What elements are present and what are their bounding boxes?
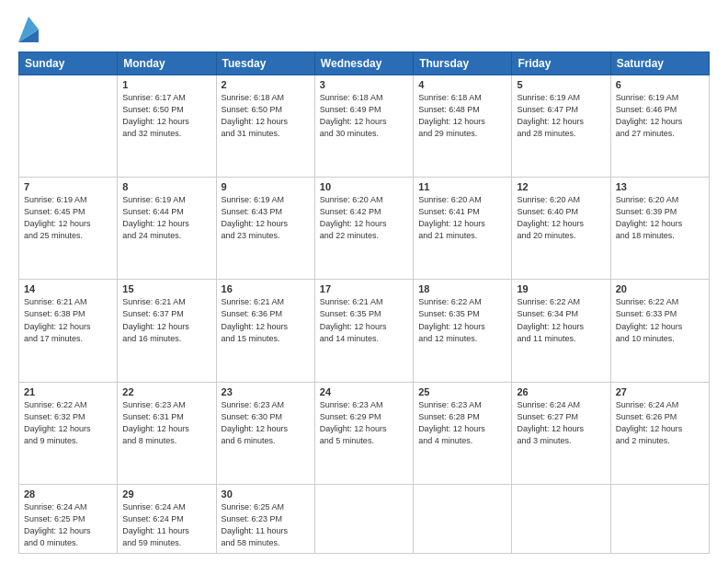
day-number: 17 <box>320 283 408 294</box>
calendar-cell: 4Sunrise: 6:18 AMSunset: 6:48 PMDaylight… <box>414 75 512 178</box>
day-info: Sunrise: 6:19 AMSunset: 6:46 PMDaylight:… <box>616 92 704 140</box>
calendar-cell: 22Sunrise: 6:23 AMSunset: 6:31 PMDayligh… <box>118 382 216 484</box>
dow-header-friday: Friday <box>512 52 610 75</box>
dow-header-saturday: Saturday <box>610 52 709 75</box>
day-number: 13 <box>616 181 704 192</box>
day-number: 14 <box>24 283 112 294</box>
day-info: Sunrise: 6:21 AMSunset: 6:36 PMDaylight:… <box>222 296 310 344</box>
day-info: Sunrise: 6:23 AMSunset: 6:28 PMDaylight:… <box>418 399 506 447</box>
day-number: 3 <box>320 79 408 90</box>
day-info: Sunrise: 6:24 AMSunset: 6:24 PMDaylight:… <box>122 501 210 549</box>
calendar-cell: 23Sunrise: 6:23 AMSunset: 6:30 PMDayligh… <box>216 382 314 484</box>
day-number: 20 <box>616 283 704 294</box>
calendar-cell: 2Sunrise: 6:18 AMSunset: 6:50 PMDaylight… <box>216 75 314 178</box>
day-number: 16 <box>222 283 310 294</box>
day-number: 27 <box>616 386 704 397</box>
day-info: Sunrise: 6:18 AMSunset: 6:48 PMDaylight:… <box>418 92 506 140</box>
day-info: Sunrise: 6:18 AMSunset: 6:50 PMDaylight:… <box>222 92 310 140</box>
logo-icon <box>18 17 39 42</box>
calendar-cell <box>512 484 610 553</box>
day-info: Sunrise: 6:23 AMSunset: 6:31 PMDaylight:… <box>122 399 210 447</box>
day-number: 9 <box>222 181 310 192</box>
calendar-cell: 19Sunrise: 6:22 AMSunset: 6:34 PMDayligh… <box>512 280 610 382</box>
day-number: 8 <box>122 181 210 192</box>
calendar-cell: 21Sunrise: 6:22 AMSunset: 6:32 PMDayligh… <box>19 382 118 484</box>
day-number: 25 <box>418 386 506 397</box>
calendar-cell: 5Sunrise: 6:19 AMSunset: 6:47 PMDaylight… <box>512 75 610 178</box>
day-number: 5 <box>517 79 605 90</box>
calendar-cell: 11Sunrise: 6:20 AMSunset: 6:41 PMDayligh… <box>414 178 512 280</box>
calendar-cell: 16Sunrise: 6:21 AMSunset: 6:36 PMDayligh… <box>216 280 314 382</box>
calendar-cell: 30Sunrise: 6:25 AMSunset: 6:23 PMDayligh… <box>216 484 314 553</box>
calendar-cell: 10Sunrise: 6:20 AMSunset: 6:42 PMDayligh… <box>314 178 413 280</box>
dow-header-monday: Monday <box>118 52 216 75</box>
day-number: 29 <box>122 488 210 500</box>
calendar-cell: 12Sunrise: 6:20 AMSunset: 6:40 PMDayligh… <box>512 178 610 280</box>
calendar-cell: 9Sunrise: 6:19 AMSunset: 6:43 PMDaylight… <box>216 178 314 280</box>
calendar-cell: 24Sunrise: 6:23 AMSunset: 6:29 PMDayligh… <box>314 382 413 484</box>
day-number: 6 <box>616 79 704 90</box>
dow-header-wednesday: Wednesday <box>314 52 413 75</box>
calendar-cell <box>19 75 118 178</box>
day-info: Sunrise: 6:22 AMSunset: 6:34 PMDaylight:… <box>517 296 605 344</box>
calendar-cell: 18Sunrise: 6:22 AMSunset: 6:35 PMDayligh… <box>414 280 512 382</box>
calendar-cell: 25Sunrise: 6:23 AMSunset: 6:28 PMDayligh… <box>414 382 512 484</box>
day-number: 10 <box>320 181 408 192</box>
day-info: Sunrise: 6:19 AMSunset: 6:44 PMDaylight:… <box>122 194 210 242</box>
day-info: Sunrise: 6:20 AMSunset: 6:40 PMDaylight:… <box>517 194 605 242</box>
calendar-cell: 1Sunrise: 6:17 AMSunset: 6:50 PMDaylight… <box>118 75 216 178</box>
calendar-cell: 13Sunrise: 6:20 AMSunset: 6:39 PMDayligh… <box>610 178 709 280</box>
page-header <box>18 17 710 42</box>
calendar-cell <box>414 484 512 553</box>
calendar-cell: 6Sunrise: 6:19 AMSunset: 6:46 PMDaylight… <box>610 75 709 178</box>
calendar-cell: 20Sunrise: 6:22 AMSunset: 6:33 PMDayligh… <box>610 280 709 382</box>
day-info: Sunrise: 6:24 AMSunset: 6:27 PMDaylight:… <box>517 399 605 447</box>
day-number: 26 <box>517 386 605 397</box>
day-number: 23 <box>222 386 310 397</box>
calendar-cell: 15Sunrise: 6:21 AMSunset: 6:37 PMDayligh… <box>118 280 216 382</box>
day-number: 30 <box>222 488 310 500</box>
day-info: Sunrise: 6:25 AMSunset: 6:23 PMDaylight:… <box>222 501 310 549</box>
calendar-table: SundayMondayTuesdayWednesdayThursdayFrid… <box>18 52 710 554</box>
day-info: Sunrise: 6:18 AMSunset: 6:49 PMDaylight:… <box>320 92 408 140</box>
day-number: 12 <box>517 181 605 192</box>
day-info: Sunrise: 6:20 AMSunset: 6:39 PMDaylight:… <box>616 194 704 242</box>
day-number: 22 <box>122 386 210 397</box>
dow-header-sunday: Sunday <box>19 52 118 75</box>
day-number: 11 <box>418 181 506 192</box>
dow-header-thursday: Thursday <box>414 52 512 75</box>
day-info: Sunrise: 6:19 AMSunset: 6:45 PMDaylight:… <box>24 194 112 242</box>
day-number: 24 <box>320 386 408 397</box>
day-number: 1 <box>122 79 210 90</box>
day-number: 7 <box>24 181 112 192</box>
day-number: 15 <box>122 283 210 294</box>
calendar-cell <box>314 484 413 553</box>
logo <box>18 17 41 42</box>
day-info: Sunrise: 6:22 AMSunset: 6:32 PMDaylight:… <box>24 399 112 447</box>
day-info: Sunrise: 6:23 AMSunset: 6:30 PMDaylight:… <box>222 399 310 447</box>
day-info: Sunrise: 6:19 AMSunset: 6:47 PMDaylight:… <box>517 92 605 140</box>
calendar-cell: 7Sunrise: 6:19 AMSunset: 6:45 PMDaylight… <box>19 178 118 280</box>
day-info: Sunrise: 6:22 AMSunset: 6:33 PMDaylight:… <box>616 296 704 344</box>
day-info: Sunrise: 6:17 AMSunset: 6:50 PMDaylight:… <box>122 92 210 140</box>
day-number: 21 <box>24 386 112 397</box>
day-info: Sunrise: 6:20 AMSunset: 6:42 PMDaylight:… <box>320 194 408 242</box>
calendar-cell <box>610 484 709 553</box>
day-info: Sunrise: 6:20 AMSunset: 6:41 PMDaylight:… <box>418 194 506 242</box>
calendar-cell: 14Sunrise: 6:21 AMSunset: 6:38 PMDayligh… <box>19 280 118 382</box>
calendar-cell: 3Sunrise: 6:18 AMSunset: 6:49 PMDaylight… <box>314 75 413 178</box>
calendar-cell: 17Sunrise: 6:21 AMSunset: 6:35 PMDayligh… <box>314 280 413 382</box>
day-info: Sunrise: 6:21 AMSunset: 6:38 PMDaylight:… <box>24 296 112 344</box>
day-number: 18 <box>418 283 506 294</box>
day-number: 4 <box>418 79 506 90</box>
calendar-cell: 27Sunrise: 6:24 AMSunset: 6:26 PMDayligh… <box>610 382 709 484</box>
calendar-cell: 28Sunrise: 6:24 AMSunset: 6:25 PMDayligh… <box>19 484 118 553</box>
calendar-cell: 8Sunrise: 6:19 AMSunset: 6:44 PMDaylight… <box>118 178 216 280</box>
day-number: 28 <box>24 488 112 500</box>
day-number: 19 <box>517 283 605 294</box>
day-info: Sunrise: 6:23 AMSunset: 6:29 PMDaylight:… <box>320 399 408 447</box>
day-number: 2 <box>222 79 310 90</box>
calendar-cell: 26Sunrise: 6:24 AMSunset: 6:27 PMDayligh… <box>512 382 610 484</box>
day-info: Sunrise: 6:21 AMSunset: 6:37 PMDaylight:… <box>122 296 210 344</box>
day-info: Sunrise: 6:19 AMSunset: 6:43 PMDaylight:… <box>222 194 310 242</box>
